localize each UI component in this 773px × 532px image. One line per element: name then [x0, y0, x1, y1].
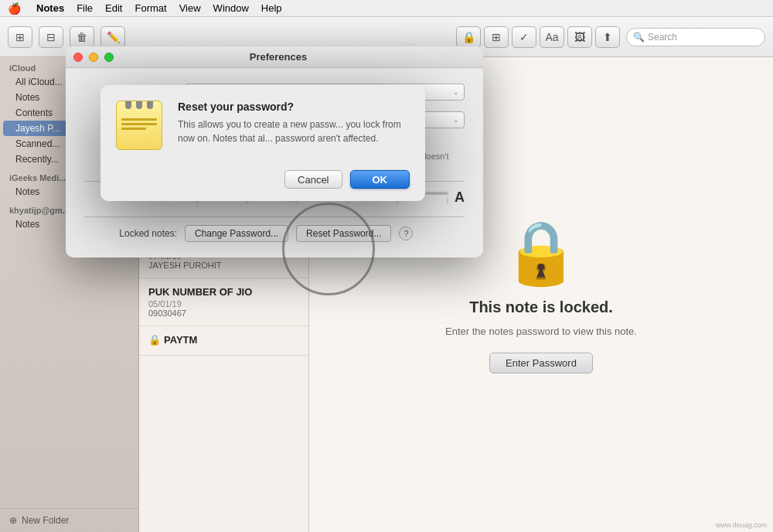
new-folder-btn[interactable]: ⊕ New Folder	[0, 508, 138, 532]
locked-note-icon: 🔒	[502, 217, 580, 289]
note-title-paytm: 🔒 PAYTM	[148, 334, 299, 346]
apple-menu[interactable]: 🍎	[8, 2, 21, 15]
menubar-format[interactable]: Format	[135, 2, 166, 14]
reset-dialog-description: This allows you to create a new passw...…	[178, 118, 410, 145]
spiral-dot-1	[125, 101, 131, 109]
search-icon: 🔍	[633, 32, 645, 43]
reset-dialog-buttons: Cancel OK	[100, 162, 425, 201]
pref-titlebar: Preferences	[66, 46, 483, 68]
locked-notes-row: Locked notes: Change Password... Reset P…	[84, 225, 465, 242]
media-btn[interactable]: 🖼	[567, 26, 592, 48]
note-line-2	[121, 123, 157, 125]
slider-large-a: A	[455, 189, 465, 206]
spiral-dot-2	[136, 101, 142, 109]
view-toggle-btn[interactable]: ⊟	[39, 26, 63, 48]
dialog-cancel-btn[interactable]: Cancel	[284, 170, 342, 189]
change-password-btn[interactable]: Change Password...	[185, 225, 288, 242]
new-note-btn[interactable]: ✏️	[100, 26, 125, 48]
note-preview-puk: 09030467	[148, 309, 299, 318]
enter-password-btn[interactable]: Enter Password	[489, 353, 593, 373]
toolbar-right-group: 🔒 ⊞ ✓ Aa 🖼 ⬆	[456, 26, 620, 48]
new-folder-label: New Folder	[22, 515, 69, 526]
menubar-view[interactable]: View	[179, 2, 201, 14]
note-line-3	[121, 128, 146, 130]
reset-dialog-text: Reset your password? This allows you to …	[178, 101, 410, 150]
delete-btn[interactable]: 🗑	[70, 26, 94, 48]
locked-note-title: This note is locked.	[469, 298, 613, 316]
notes-icon-inner	[116, 101, 162, 150]
watermark: www.deuag.com	[716, 521, 767, 529]
paytm-label: PAYTM	[164, 334, 197, 346]
search-box[interactable]: 🔍 Search	[626, 28, 765, 46]
sidebar-toggle-btn[interactable]: ⊞	[8, 26, 32, 48]
menubar-file[interactable]: File	[77, 2, 93, 14]
lock-icon-paytm: 🔒	[148, 334, 161, 346]
search-placeholder: Search	[648, 32, 677, 43]
menubar-edit[interactable]: Edit	[105, 2, 122, 14]
reset-password-dialog: Reset your password? This allows you to …	[100, 85, 425, 201]
reset-password-btn[interactable]: Reset Password...	[296, 225, 391, 242]
menubar-window[interactable]: Window	[213, 2, 249, 14]
font-btn[interactable]: Aa	[540, 26, 564, 48]
notes-icon-lines	[117, 115, 162, 135]
locked-note-subtitle: Enter the notes password to view this no…	[445, 326, 637, 337]
spiral-dot-3	[147, 101, 153, 109]
menubar: 🍎 Notes File Edit Format View Window Hel…	[0, 0, 773, 17]
dialog-ok-btn[interactable]: OK	[350, 170, 410, 189]
pref-window-title: Preferences	[81, 51, 475, 63]
menubar-notes[interactable]: Notes	[36, 2, 64, 14]
reset-dialog-body: Reset your password? This allows you to …	[100, 85, 425, 162]
new-notes-arrow: ⌄	[453, 116, 459, 124]
checklist-btn[interactable]: ✓	[512, 26, 536, 48]
notes-app-icon	[116, 101, 165, 150]
note-preview-address: JAYESH PUROHIT	[148, 261, 299, 270]
note-item-puk[interactable]: PUK NUMBER OF JIO 05/01/19 09030467	[139, 278, 308, 326]
notes-icon-spiral	[125, 101, 153, 109]
pref-divider-2	[84, 217, 465, 217]
note-line-1	[121, 118, 157, 121]
sort-notes-arrow: ⌄	[453, 88, 459, 96]
note-title-puk: PUK NUMBER OF JIO	[148, 286, 299, 298]
share-btn[interactable]: ⬆	[595, 26, 620, 48]
plus-icon: ⊕	[9, 515, 17, 526]
help-btn[interactable]: ?	[399, 227, 413, 240]
note-item-paytm[interactable]: 🔒 PAYTM	[139, 326, 308, 356]
locked-notes-label: Locked notes:	[92, 228, 177, 239]
menubar-help[interactable]: Help	[261, 2, 282, 14]
lock-btn[interactable]: 🔒	[456, 26, 481, 48]
note-meta-puk: 05/01/19	[148, 299, 299, 309]
reset-dialog-title: Reset your password?	[178, 101, 410, 113]
table-btn[interactable]: ⊞	[484, 26, 509, 48]
